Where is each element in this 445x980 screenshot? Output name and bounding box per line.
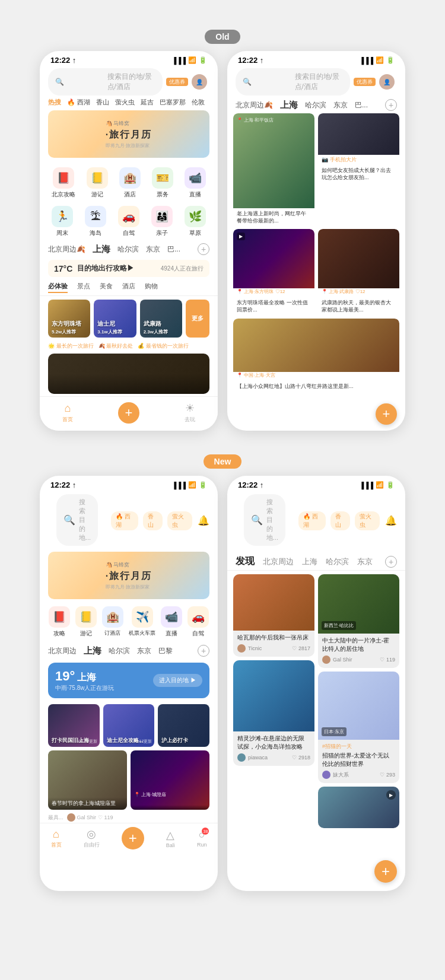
avatar[interactable]: 👤 <box>192 74 207 90</box>
fab-old-right[interactable]: + <box>376 403 397 425</box>
hot-pill-nr-3[interactable]: 萤火虫 <box>355 511 380 530</box>
city-more[interactable]: 巴... <box>167 244 180 254</box>
cat-景点[interactable]: 景点 <box>77 282 90 293</box>
cat-购物[interactable]: 购物 <box>145 282 158 293</box>
wf-card-desert[interactable]: 哈瓦那的午后我和一张吊床 Ticnic ♡ 2817 <box>233 574 314 657</box>
city-r-harbin[interactable]: 哈尔滨 <box>305 100 326 110</box>
disc-tab-harbin[interactable]: 哈尔滨 <box>326 556 349 567</box>
new-search-input-r[interactable]: 🔍 搜索目的地... <box>244 494 285 546</box>
city-nl-beijing[interactable]: 北京周边 <box>48 646 77 656</box>
act-card-1[interactable]: 打卡民国旧上海 03.12更新 <box>48 704 100 747</box>
icon-自驾[interactable]: 🚗 自驾 <box>118 206 139 237</box>
nav-nl-free[interactable]: ◎ 自由行 <box>84 828 100 849</box>
nav-home[interactable]: ⌂ 首页 <box>62 402 73 424</box>
nav-nl-run[interactable]: ○ Run 38 <box>197 829 207 848</box>
dest-card-more[interactable]: 更多 <box>186 300 209 338</box>
hot-pill-2[interactable]: 香山 <box>143 511 163 530</box>
feed-card-2[interactable]: 📷 手机拍大片 如何吧女友拍成大长腿？出去玩怎么给女朋友拍... <box>318 113 399 227</box>
notification-icon[interactable]: 🔔 <box>197 514 209 528</box>
nav-nl-add[interactable]: + <box>122 827 144 849</box>
icon-new-直播[interactable]: 📹 直播 <box>161 606 182 638</box>
city-r-shanghai[interactable]: 上海 <box>280 100 298 111</box>
icon-直播[interactable]: 📹 直播 <box>185 167 206 199</box>
city-shanghai-active[interactable]: 上海 <box>93 244 110 255</box>
icon-new-攻略[interactable]: 📕 攻略 <box>49 606 70 638</box>
tag-萤火虫[interactable]: 萤火虫 <box>115 98 135 107</box>
dest-card-disney[interactable]: 迪士尼3.1w人推荐 <box>94 300 136 338</box>
notification-icon-r[interactable]: 🔔 <box>384 514 397 528</box>
coupon-badge-r[interactable]: 优惠券 <box>354 78 376 87</box>
disc-tab-beijing[interactable]: 北京周边 <box>263 556 294 567</box>
city-nl-shanghai[interactable]: 上海 <box>84 645 101 657</box>
search-bar-old-left[interactable]: 🔍 搜索目的地/景点/酒店 <box>48 68 163 96</box>
tag-xihu[interactable]: 🔥 西湖 <box>67 98 90 107</box>
wifi-nr: 📶 <box>376 481 384 489</box>
cat-酒店[interactable]: 酒店 <box>122 282 135 293</box>
hot-pill-nr-1[interactable]: 🔥 西湖 <box>298 511 326 530</box>
city-nl-tokyo[interactable]: 东京 <box>137 646 151 656</box>
nav-nl-bali[interactable]: △ Bali <box>166 829 175 848</box>
avatar-r[interactable]: 👤 <box>379 74 395 90</box>
wf-card-india[interactable]: ▶ <box>318 787 399 828</box>
scroll-img-1[interactable]: 春节时节的拿上海城隍庙里 <box>48 750 127 810</box>
feed-card-4[interactable]: 📍 上海·武康路 ♡12 武康路的秋天，最美的银杏大家都说上海最美... <box>318 229 399 316</box>
wf-card-coast[interactable]: 精灵沙滩-在悬崖边的无限试探，小众海岛详拍攻略 piawaca ♡ 2918 <box>233 660 314 766</box>
hot-pill-3[interactable]: 萤火虫 <box>167 511 192 530</box>
city-r-more[interactable]: 巴... <box>355 100 368 110</box>
city-harbin[interactable]: 哈尔滨 <box>117 244 139 254</box>
coupon-badge[interactable]: 优惠券 <box>166 78 188 87</box>
new-search-input[interactable]: 🔍 搜索目的地... <box>56 494 98 546</box>
disc-tab-discover[interactable]: 发现 <box>236 555 255 568</box>
fab-new-right[interactable]: + <box>374 860 397 883</box>
icon-new-游记[interactable]: 📒 游记 <box>75 606 97 638</box>
cat-必体验[interactable]: 必体验 <box>48 282 68 293</box>
city-add-btn[interactable]: + <box>198 243 209 255</box>
feed-card-3[interactable]: ▶ 📍 上海·东方明珠 ♡12 东方明珠塔最全攻略 一次性值回票价... <box>233 229 314 316</box>
tag-xiangshan[interactable]: 香山 <box>96 98 109 107</box>
icon-北京攻略[interactable]: 📕 北京攻略 <box>52 167 75 199</box>
dest-card-street[interactable]: 武康路2.3w人推荐 <box>140 300 182 338</box>
icon-草原[interactable]: 🌿 草原 <box>185 206 206 237</box>
nav-nl-home[interactable]: ⌂ 首页 <box>51 828 62 849</box>
icon-海岛[interactable]: 🏝 海岛 <box>85 206 106 237</box>
city-nl-harbin[interactable]: 哈尔滨 <box>109 646 130 656</box>
icon-酒店[interactable]: 🏨 酒店 <box>119 167 141 199</box>
hot-pill-1[interactable]: 🔥 西湖 <box>111 511 138 530</box>
feed-card-1[interactable]: 📍 上海·和平饭店 ♡ 71 老上海遇上新时尚，网红早午餐带给你最新的... <box>233 113 314 227</box>
icon-nl-label-游记: 游记 <box>80 629 92 638</box>
feed-card-5[interactable]: ♡ 71 📍 中国·上海·天宫 【上海小众网红地】山路十八弯红井路这里是新... <box>233 319 399 393</box>
wc-enter-btn[interactable]: 进入目的地 ▶ <box>153 674 202 687</box>
icon-new-订酒店[interactable]: 🏨 订酒店 <box>102 606 123 638</box>
wf-card-nz[interactable]: 新西兰·哈比比 中土大陆中的一片净土-霍比特人的居住地 Gal Shir ♡ 1… <box>318 574 399 668</box>
weather-title: 目的地出行攻略▶ <box>77 263 134 273</box>
dest-card-tower[interactable]: 东方明珠塔5.2w人推荐 <box>48 300 90 338</box>
act-card-3[interactable]: 沪上必打卡 <box>158 704 209 747</box>
scroll-img-2[interactable]: 📍 上海·城隍庙 <box>131 750 209 810</box>
icon-游记[interactable]: 📒 游记 <box>87 167 108 199</box>
tag-barcelona[interactable]: 巴塞罗那 <box>160 98 186 107</box>
icon-new-自驾[interactable]: 🚗 自驾 <box>187 606 209 638</box>
cat-美食[interactable]: 美食 <box>100 282 113 293</box>
tag-london[interactable]: 伦敦 <box>192 98 205 107</box>
disc-tab-add[interactable]: + <box>385 556 397 568</box>
city-add-r[interactable]: + <box>385 99 397 111</box>
city-nl-paris[interactable]: 巴黎 <box>158 646 173 656</box>
nav-explore[interactable]: ☀ 去玩 <box>185 402 195 424</box>
search-bar-old-right[interactable]: 🔍 搜索目的地/景点/酒店 <box>236 68 350 96</box>
icon-亲子[interactable]: 👨‍👩‍👧 亲子 <box>151 206 173 237</box>
disc-tab-tokyo[interactable]: 东京 <box>357 556 373 567</box>
hot-pill-nr-2[interactable]: 香山 <box>330 511 350 530</box>
city-tokyo[interactable]: 东京 <box>146 244 160 254</box>
city-beijing[interactable]: 北京周边🍂 <box>48 244 85 254</box>
city-r-tokyo[interactable]: 东京 <box>333 100 348 110</box>
act-card-2[interactable]: 迪士尼全攻略... 03.12更新 <box>103 704 155 747</box>
city-add-nl[interactable]: + <box>198 645 209 657</box>
city-r-beijing[interactable]: 北京周边🍂 <box>236 100 273 110</box>
icon-票务[interactable]: 🎫 票务 <box>152 167 173 199</box>
icon-周末[interactable]: 🏃 周末 <box>52 206 73 237</box>
wf-card-luckycat[interactable]: 日本·东京 #招猫的一天 招猫的世界-太爱这个无以伦比的招财世界 妹大系 ♡ 2… <box>318 672 399 783</box>
nav-add-btn[interactable]: + <box>118 402 139 424</box>
tag-yanji[interactable]: 延吉 <box>141 98 154 107</box>
icon-new-机票[interactable]: ✈️ 机票火车票 <box>129 606 155 638</box>
disc-tab-shanghai[interactable]: 上海 <box>302 556 317 567</box>
